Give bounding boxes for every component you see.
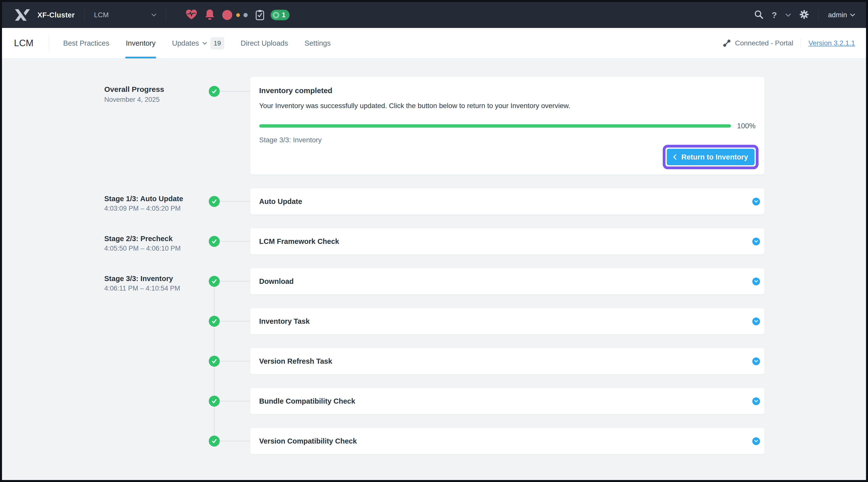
task-title: Version Compatibility Check [259, 437, 752, 445]
progress-bar-fill [259, 124, 731, 127]
check-success-icon [209, 435, 220, 447]
health-icons-group: 1 [186, 9, 289, 21]
check-success-icon [209, 356, 220, 367]
connector-line [220, 441, 250, 441]
overall-progress-date: November 4, 2025 [104, 95, 244, 104]
nav-tabs: Best Practices Inventory Updates 19 Dire… [63, 28, 331, 58]
expand-chevron-icon[interactable] [752, 437, 760, 445]
task-card-lcm-framework-check: LCM Framework Check [250, 228, 765, 255]
tab-updates[interactable]: Updates 19 [172, 28, 224, 58]
check-success-icon [209, 276, 220, 287]
task-card-version-compatibility-check: Version Compatibility Check [250, 428, 765, 454]
stage-3-label-block: Stage 3/3: Inventory 4:06:11 PM – 4:10:5… [104, 274, 244, 292]
collapse-chevron-icon[interactable] [785, 13, 791, 17]
chevron-left-icon [673, 154, 677, 160]
running-tasks-pill[interactable]: 1 [271, 10, 289, 20]
connector-line [220, 281, 250, 282]
connector-line [220, 241, 250, 242]
divider [166, 9, 166, 21]
top-bar: XF-Cluster LCM [2, 2, 866, 28]
divider [84, 9, 85, 21]
task-title: Bundle Compatibility Check [259, 397, 752, 405]
task-title: LCM Framework Check [259, 237, 752, 246]
divider [801, 38, 801, 49]
connector-line [220, 321, 250, 321]
expand-chevron-icon[interactable] [752, 317, 760, 325]
check-success-icon [209, 86, 220, 97]
chevron-down-icon [203, 42, 207, 45]
health-heart-icon[interactable] [186, 9, 197, 21]
stage-2-label-block: Stage 2/3: Precheck 4:05:50 PM – 4:06:10… [104, 234, 244, 253]
task-card-bundle-compatibility-check: Bundle Compatibility Check [250, 388, 765, 414]
stage-time-range: 4:03:09 PM – 4:05:20 PM [104, 204, 244, 213]
stage-label: Stage 2/3: Precheck [104, 234, 244, 243]
stage-1-label-block: Stage 1/3: Auto Update 4:03:09 PM – 4:05… [104, 194, 244, 213]
stage-label: Stage 1/3: Auto Update [104, 194, 244, 203]
task-card-version-refresh-task: Version Refresh Task [250, 348, 765, 374]
help-icon[interactable]: ? [772, 11, 777, 19]
card-message: Your Inventory was successfully updated.… [259, 102, 755, 110]
app-selector-dropdown[interactable]: LCM [94, 11, 156, 19]
task-card-download: Download [250, 268, 765, 294]
lcm-nav-bar: LCM Best Practices Inventory Updates 19 … [2, 28, 866, 58]
connector-plug-icon [723, 39, 731, 47]
screenshot-frame: XF-Cluster LCM [0, 0, 868, 482]
critical-alert-dot[interactable] [222, 10, 232, 20]
task-card-inventory-task: Inventory Task [250, 308, 765, 335]
connector-line [220, 201, 250, 202]
divider [49, 35, 49, 51]
tab-direct-uploads[interactable]: Direct Uploads [241, 28, 288, 58]
stage-label: Stage 3/3: Inventory [104, 274, 244, 283]
app-selector-label: LCM [94, 11, 109, 19]
expand-chevron-icon[interactable] [752, 358, 760, 365]
progress-percent: 100% [737, 122, 755, 130]
tab-settings[interactable]: Settings [305, 28, 331, 58]
expand-chevron-icon[interactable] [752, 397, 760, 405]
task-title: Version Refresh Task [259, 357, 752, 365]
current-stage-label: Stage 3/3: Inventory [259, 136, 755, 144]
settings-gear-icon[interactable] [799, 10, 809, 20]
check-success-icon [209, 316, 220, 327]
return-to-inventory-button[interactable]: Return to Inventory [667, 149, 754, 165]
warning-dot [236, 13, 240, 17]
connector-line [220, 401, 250, 401]
stage-time-range: 4:06:11 PM – 4:10:54 PM [104, 284, 244, 292]
task-spinner-icon [273, 12, 279, 19]
search-icon[interactable] [754, 10, 763, 20]
chevron-down-icon [151, 13, 156, 17]
task-count: 1 [282, 11, 286, 19]
stage-time-range: 4:05:50 PM – 4:06:10 PM [104, 244, 244, 253]
connection-status: Connected - Portal [723, 39, 793, 47]
connector-line [220, 361, 250, 362]
alerts-bell-icon[interactable] [205, 9, 215, 21]
chevron-down-icon [850, 13, 855, 17]
username: admin [828, 11, 847, 19]
expand-chevron-icon[interactable] [752, 198, 760, 205]
expand-chevron-icon[interactable] [752, 238, 760, 245]
cluster-name: XF-Cluster [37, 11, 75, 19]
check-success-icon [209, 236, 220, 247]
check-success-icon [209, 396, 220, 407]
nutanix-x-logo-icon[interactable] [15, 9, 30, 21]
progress-bar-track [259, 124, 731, 127]
inventory-progress-view: Overall Progress November 4, 2025 Stage … [2, 58, 866, 480]
app-window: XF-Cluster LCM [2, 2, 866, 480]
info-dot [243, 13, 248, 17]
task-card-auto-update: Auto Update [250, 188, 765, 215]
inventory-completed-card: Inventory completed Your Inventory was s… [250, 77, 765, 175]
tab-best-practices[interactable]: Best Practices [63, 28, 109, 58]
tasks-clipboard-icon[interactable] [256, 10, 264, 20]
tab-inventory[interactable]: Inventory [126, 28, 155, 58]
updates-count-badge: 19 [211, 37, 224, 50]
card-title: Inventory completed [259, 86, 755, 95]
overall-progress-title: Overall Progress [104, 85, 244, 94]
check-success-icon [209, 196, 220, 207]
overall-progress-label-block: Overall Progress November 4, 2025 [104, 85, 244, 104]
connector-line [220, 91, 250, 92]
page-title: LCM [14, 38, 33, 49]
task-title: Auto Update [259, 197, 752, 206]
user-menu[interactable]: admin [828, 11, 855, 19]
version-link[interactable]: Version 3.2.1.1 [808, 39, 855, 47]
task-title: Inventory Task [259, 317, 752, 325]
expand-chevron-icon[interactable] [752, 278, 760, 285]
